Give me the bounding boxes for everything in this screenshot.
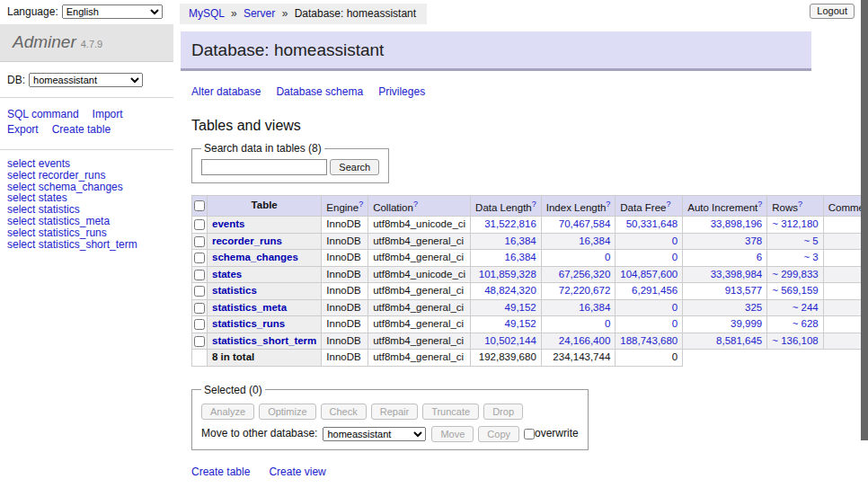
rows-value[interactable]: ~ 244 [793, 302, 819, 313]
sidebar-action-import[interactable]: Import [93, 108, 123, 120]
search-button[interactable]: Search [330, 159, 379, 175]
scrollbar-thumb[interactable] [861, 0, 868, 440]
create-view-link[interactable]: Create view [269, 466, 325, 478]
logout-button[interactable]: Logout [810, 4, 855, 19]
data-free-value[interactable]: 6,291,456 [632, 285, 678, 296]
index-length-value[interactable]: 72,220,672 [559, 285, 611, 296]
select-all-checkbox[interactable] [194, 200, 205, 211]
row-checkbox-cell [192, 283, 208, 300]
data-length-value[interactable]: 48,824,320 [484, 285, 536, 296]
table-name-link-events[interactable]: events [212, 218, 244, 229]
data-length-value[interactable]: 101,859,328 [479, 269, 536, 279]
privileges-link[interactable]: Privileges [378, 85, 425, 98]
data-length-value[interactable]: 16,384 [505, 252, 536, 262]
sidebar-action-sql-command[interactable]: SQL command [7, 108, 79, 120]
row-checkbox-events[interactable] [194, 219, 205, 230]
collation-cell: utf8mb4_general_ci [368, 316, 471, 333]
data-free-value[interactable]: 0 [672, 252, 678, 262]
auto-increment-value[interactable]: 39,999 [731, 318, 762, 329]
engine-cell: InnoDB [322, 283, 368, 300]
data-length-value[interactable]: 49,152 [505, 302, 536, 313]
table-name-link-statistics-meta[interactable]: statistics_meta [212, 302, 287, 313]
row-checkbox-states[interactable] [194, 270, 205, 280]
index-length-value[interactable]: 16,384 [579, 235, 610, 246]
row-checkbox-statistics-meta[interactable] [194, 303, 205, 314]
data-free-value[interactable]: 104,857,600 [620, 269, 678, 279]
db-select[interactable]: homeassistant [29, 73, 143, 87]
move-database-select[interactable]: homeassistant [323, 427, 426, 441]
row-checkbox-statistics-short-term[interactable] [194, 336, 205, 347]
index-length-value[interactable]: 67,256,320 [559, 269, 611, 279]
index-length-value[interactable]: 0 [605, 252, 610, 262]
column-help-link[interactable]: ? [798, 200, 802, 209]
copy-button: Copy [478, 426, 519, 442]
data-length-value[interactable]: 10,502,144 [484, 335, 536, 346]
column-header-label: Auto Increment [687, 202, 757, 213]
table-name-link-statistics-short-term[interactable]: statistics_short_term [212, 335, 316, 346]
breadcrumb-server[interactable]: Server [244, 7, 275, 20]
language-select[interactable]: English [62, 4, 163, 19]
column-help-link[interactable]: ? [666, 200, 670, 209]
table-name-link-statistics[interactable]: statistics [212, 285, 257, 296]
data-length-value[interactable]: 49,152 [505, 318, 536, 329]
table-name-link-states[interactable]: states [212, 269, 242, 279]
index-length-value[interactable]: 70,467,584 [559, 218, 611, 229]
table-name-link-statistics-runs[interactable]: statistics_runs [212, 318, 285, 329]
auto-increment-value[interactable]: 6 [757, 252, 762, 262]
database-schema-link[interactable]: Database schema [276, 85, 363, 98]
row-checkbox-statistics-runs[interactable] [194, 319, 205, 330]
column-help-link[interactable]: ? [413, 200, 418, 209]
index-length-value[interactable]: 24,166,400 [559, 335, 611, 346]
auto-increment-value[interactable]: 33,398,984 [711, 269, 763, 279]
row-checkbox-statistics[interactable] [194, 286, 205, 297]
data-free-value[interactable]: 50,331,648 [626, 218, 678, 229]
column-help-link[interactable]: ? [532, 200, 536, 209]
column-help: ? [798, 199, 802, 209]
sidebar-action-export[interactable]: Export [7, 123, 39, 136]
rows-value[interactable]: ~ 312,180 [772, 218, 818, 229]
search-input[interactable] [201, 159, 327, 175]
rows-value[interactable]: ~ 5 [803, 235, 818, 246]
breadcrumb-mysql[interactable]: MySQL [189, 7, 225, 20]
data-free-value[interactable]: 0 [672, 302, 678, 313]
select-link-statistics-short-term[interactable]: select [7, 238, 35, 251]
rows-cell: ~ 136,108 [767, 333, 823, 350]
auto-increment-value[interactable]: 913,577 [725, 285, 763, 296]
index-length-value[interactable]: 16,384 [579, 302, 610, 313]
data-length-value[interactable]: 16,384 [505, 235, 536, 246]
auto-increment-value[interactable]: 325 [745, 302, 762, 313]
total-empty-cell [192, 350, 208, 367]
data-free-value[interactable]: 0 [672, 318, 678, 329]
header-checkbox-cell [192, 196, 208, 217]
overwrite-checkbox[interactable] [524, 429, 535, 439]
rows-value[interactable]: ~ 628 [793, 318, 819, 329]
data-free-value[interactable]: 188,743,680 [620, 335, 678, 346]
index-length-cell: 70,467,584 [541, 217, 616, 234]
table-link-statistics-short-term[interactable]: statistics_short_term [39, 238, 137, 251]
rows-value[interactable]: ~ 3 [803, 252, 818, 262]
table-name-link-schema-changes[interactable]: schema_changes [212, 252, 298, 262]
data-length-value[interactable]: 31,522,816 [484, 218, 536, 229]
table-name-link-recorder-runs[interactable]: recorder_runs [212, 235, 282, 246]
data-free-value[interactable]: 0 [672, 235, 678, 246]
row-checkbox-recorder-runs[interactable] [194, 236, 205, 247]
column-header-table: Table [208, 196, 322, 217]
column-help-link[interactable]: ? [359, 200, 363, 209]
sidebar-action-create-table[interactable]: Create table [52, 123, 111, 136]
create-table-link[interactable]: Create table [191, 466, 250, 478]
app-title[interactable]: Adminer [13, 32, 76, 51]
row-checkbox-cell [192, 316, 208, 333]
column-help-link[interactable]: ? [757, 200, 762, 209]
row-checkbox-schema-changes[interactable] [194, 253, 205, 263]
rows-value[interactable]: ~ 299,833 [772, 269, 818, 279]
column-help-link[interactable]: ? [606, 200, 610, 209]
row-checkbox-cell [192, 333, 208, 350]
auto-increment-value[interactable]: 378 [745, 235, 762, 246]
rows-value[interactable]: ~ 569,159 [772, 285, 818, 296]
alter-database-link[interactable]: Alter database [191, 85, 261, 98]
rows-value[interactable]: ~ 136,108 [772, 335, 818, 346]
index-length-value[interactable]: 0 [605, 318, 610, 329]
auto-increment-value[interactable]: 8,581,645 [716, 335, 762, 346]
scrollbar-track[interactable] [861, 0, 868, 488]
auto-increment-value[interactable]: 33,898,196 [711, 218, 763, 229]
